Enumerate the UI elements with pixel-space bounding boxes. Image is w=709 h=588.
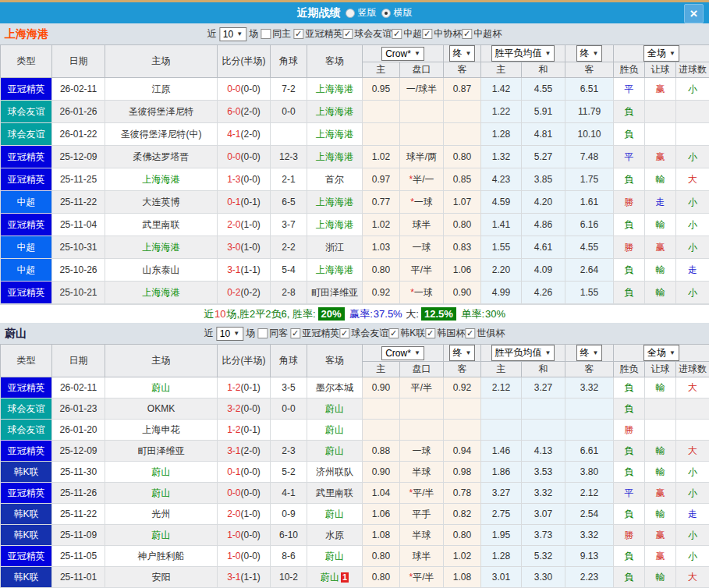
col-header-corner: 角球 xyxy=(271,45,307,78)
handicap-value: 半/一 xyxy=(413,174,434,185)
sub-header-odds-home: 主 xyxy=(363,362,400,377)
col-header-type: 类型 xyxy=(1,45,52,78)
home-team: 大连英博 xyxy=(105,191,218,214)
full-time-score: 0-1 xyxy=(227,197,240,207)
checkbox-icon[interactable] xyxy=(342,29,353,39)
odds-company-select[interactable]: Crow*▼ xyxy=(381,47,424,61)
match-type-badge: 亚冠精英 xyxy=(1,282,52,304)
odds-final-select[interactable]: 终▼ xyxy=(449,345,476,361)
result-wdl: 負 xyxy=(614,441,645,462)
near-label: 近 xyxy=(207,27,217,41)
away-team-name: 上海海港 xyxy=(316,151,353,162)
corner-score: 3-7 xyxy=(271,214,307,236)
checkbox-icon[interactable] xyxy=(388,328,399,338)
away-team-name: 上海海港 xyxy=(316,83,353,94)
match-type-badge: 亚冠精英 xyxy=(1,377,52,398)
league-filter[interactable]: 球会友谊 xyxy=(339,327,388,340)
close-button[interactable]: × xyxy=(684,4,704,23)
away-team-name: 济州联队 xyxy=(316,466,353,477)
odds-company-value: Crow* xyxy=(385,48,411,59)
league-filter-label: 中超杯 xyxy=(473,27,502,41)
scope-select[interactable]: 全场▼ xyxy=(643,345,679,361)
result-goals: 大 xyxy=(676,377,709,398)
scope-select[interactable]: 全场▼ xyxy=(643,45,679,62)
checkbox-icon[interactable] xyxy=(293,29,303,39)
radio-icon[interactable] xyxy=(381,9,391,18)
avg-draw: 4.20 xyxy=(522,191,565,214)
avg-draw: 4.13 xyxy=(522,441,565,462)
odds-handicap: *一球 xyxy=(400,282,444,304)
avg-away: 1.55 xyxy=(565,282,614,304)
table-row: 球会友谊26-01-20上海申花1-2(0-1)蔚山勝 xyxy=(1,420,709,441)
avg-draw: 5.32 xyxy=(522,546,565,567)
checkbox-icon[interactable] xyxy=(290,328,300,338)
odds-handicap: *一球 xyxy=(400,191,444,214)
odds-home: 1.04 xyxy=(363,483,400,504)
avg-final-select[interactable]: 终▼ xyxy=(576,345,603,361)
result-handicap: 赢 xyxy=(645,146,676,168)
odds-final-cell: 终▼ xyxy=(444,345,481,362)
checkbox-icon[interactable] xyxy=(422,29,432,39)
league-filter[interactable]: 亚冠精英 xyxy=(290,327,339,340)
col-header-away: 客场 xyxy=(307,345,363,377)
league-filter[interactable]: 中超杯 xyxy=(462,27,502,41)
match-count-select[interactable]: 10 ▼ xyxy=(216,327,243,341)
layout-vertical-radio[interactable]: 竖版 xyxy=(346,6,377,19)
league-filter[interactable]: 球会友谊 xyxy=(342,27,392,41)
half-time-score: (0-0) xyxy=(241,487,261,498)
radio-icon[interactable] xyxy=(346,9,355,18)
near-label: 近 xyxy=(204,327,214,340)
same-venue-filter[interactable]: 同主 xyxy=(261,27,291,41)
col-header-score: 比分(半场) xyxy=(218,345,271,377)
corner-score: 2-8 xyxy=(271,282,307,304)
avg-type-select[interactable]: 胜平负均值▼ xyxy=(491,45,555,62)
match-count-select[interactable]: 10 ▼ xyxy=(219,27,246,41)
sub-header-wdl: 胜负 xyxy=(614,62,645,78)
league-filter[interactable]: 世俱杯 xyxy=(465,327,505,340)
home-team: 圣彼得堡泽尼特 xyxy=(105,101,218,123)
half-time-score: (2-0) xyxy=(241,445,261,456)
rank-badge: 1 xyxy=(341,572,349,583)
away-team-name: 上海海港 xyxy=(316,219,353,230)
score: 3-1(1-1) xyxy=(218,259,271,282)
league-filter[interactable]: 亚冠精英 xyxy=(293,27,342,41)
away-team: 蔚山 xyxy=(307,398,363,420)
odds-final-select[interactable]: 终▼ xyxy=(449,45,476,62)
chevron-down-icon: ▼ xyxy=(236,30,243,37)
col-header-date: 日期 xyxy=(52,45,105,78)
table-row: 亚冠精英25-11-05神户胜利船1-0(0-0)8-6蔚山0.80球半1.02… xyxy=(1,546,709,567)
league-filter[interactable]: 中超 xyxy=(392,27,422,41)
home-team: 町田泽维亚 xyxy=(105,441,218,462)
result-handicap: 輸 xyxy=(645,214,676,236)
checkbox-icon[interactable] xyxy=(261,29,271,39)
layout-horizontal-radio[interactable]: 横版 xyxy=(381,6,413,19)
result-wdl: 平 xyxy=(614,78,645,101)
league-filter[interactable]: 韩国杯 xyxy=(425,327,465,340)
table-row: 亚冠精英25-11-25上海海港1-3(0-0)2-1首尔0.97*半/一0.8… xyxy=(1,168,709,191)
away-team: 上海海港 xyxy=(307,259,363,282)
avg-type-select[interactable]: 胜平负均值▼ xyxy=(491,345,555,361)
avg-home: 4.99 xyxy=(481,282,522,304)
odds-company-select[interactable]: Crow*▼ xyxy=(381,346,424,360)
match-type-badge: 中超 xyxy=(1,191,52,214)
checkbox-icon[interactable] xyxy=(465,328,475,338)
result-wdl: 負 xyxy=(614,259,645,282)
table-row: 亚冠精英25-12-09町田泽维亚3-1(2-0)2-3蔚山0.88一球0.94… xyxy=(1,441,709,462)
checkbox-icon[interactable] xyxy=(339,328,349,338)
league-filter[interactable]: 韩K联 xyxy=(388,327,425,340)
result-wdl: 負 xyxy=(614,214,645,236)
checkbox-icon[interactable] xyxy=(425,328,435,338)
same-venue-filter[interactable]: 同客 xyxy=(257,327,288,340)
league-filter[interactable]: 中协杯 xyxy=(422,27,462,41)
odds-handicap: 平/半 xyxy=(400,259,444,282)
result-handicap xyxy=(645,398,676,420)
away-team: 蔚山 xyxy=(307,441,363,462)
checkbox-icon[interactable] xyxy=(257,328,268,338)
checkbox-icon[interactable] xyxy=(392,29,402,39)
avg-final-select[interactable]: 终▼ xyxy=(576,45,603,62)
result-wdl: 負 xyxy=(614,168,645,191)
handicap-value: 一球 xyxy=(414,287,433,298)
summary-segment: 12.5% xyxy=(421,307,456,321)
checkbox-icon[interactable] xyxy=(462,29,472,39)
summary-segment: 场,胜2平2负6, 胜率: xyxy=(226,307,315,321)
